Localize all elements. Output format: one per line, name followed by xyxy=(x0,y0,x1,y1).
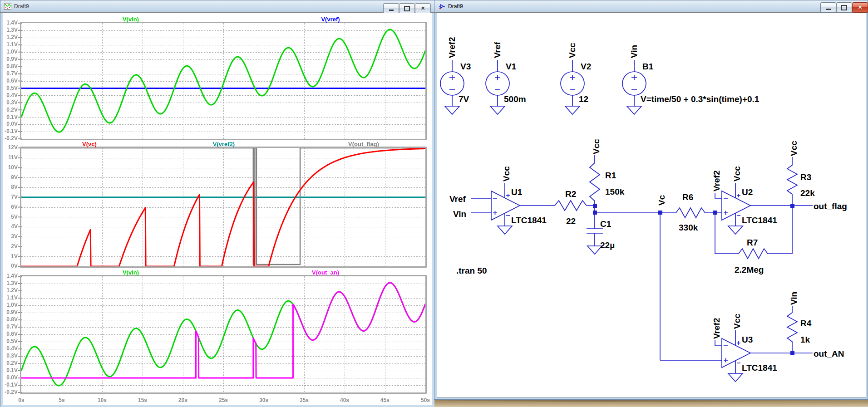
comparator-U2[interactable]: Vref2 Vcc U2 LTC1841 xyxy=(712,166,813,234)
minimize-icon xyxy=(826,9,831,10)
waveform-window-icon xyxy=(4,3,11,10)
waveform-restore-button[interactable] xyxy=(399,3,415,14)
value-label: 330k xyxy=(679,223,698,232)
junction-dot xyxy=(593,211,597,215)
net-label: Vref2 xyxy=(447,37,457,58)
net-label-vcc: Vcc xyxy=(732,166,742,181)
comparator-U3[interactable]: Vref2 Vcc U3 LTC1841 xyxy=(712,314,813,382)
net-vc[interactable]: Vc xyxy=(597,195,722,360)
junction-dot xyxy=(658,211,662,215)
net-label-vref2: Vref2 xyxy=(712,318,721,339)
value-label: 12 xyxy=(579,94,588,104)
voltage-source-V2[interactable]: Vcc V2 12 xyxy=(561,43,591,114)
waveform-plot-canvas[interactable] xyxy=(0,13,434,407)
resistor-R3[interactable]: Vcc R3 22k xyxy=(787,141,815,206)
resistor-R2[interactable]: R2 22 xyxy=(555,189,595,226)
desktop-stage: Draft9 ✕ Draft9 ✕ xyxy=(0,0,868,407)
ref-label: U3 xyxy=(742,335,753,344)
part-label: LTC1841 xyxy=(742,363,777,373)
schematic-minimize-button[interactable] xyxy=(820,2,836,13)
resistor-R4[interactable]: Vin R4 1k xyxy=(787,292,812,353)
ref-label: U1 xyxy=(511,187,523,197)
net-label-vcc: Vcc xyxy=(592,139,601,154)
schematic-drawing: Vref2 V3 7V Vref V1 500m Vcc xyxy=(437,13,866,397)
waveform-minimize-button[interactable] xyxy=(383,3,399,14)
ref-label: V3 xyxy=(460,62,471,71)
ref-label: R3 xyxy=(800,172,811,182)
port-label-out-flag[interactable]: out_flag xyxy=(814,201,847,211)
net-label: Vcc xyxy=(567,43,577,58)
value-label: 22 xyxy=(566,216,576,226)
net-label-vin: Vin xyxy=(789,292,799,305)
value-label: 150k xyxy=(605,187,625,196)
part-label: LTC1841 xyxy=(511,216,547,225)
resistor-R1[interactable]: Vcc R1 150k xyxy=(590,139,625,215)
ref-label: V2 xyxy=(581,62,591,71)
junction-dot xyxy=(790,204,794,208)
net-label: Vin xyxy=(629,45,639,58)
net-label-vref: Vref xyxy=(449,194,466,204)
net-label-vc: Vc xyxy=(657,195,666,206)
value-label: 500m xyxy=(504,94,526,104)
net-label-vcc: Vcc xyxy=(502,166,511,181)
part-label: LTC1841 xyxy=(742,216,777,225)
waveform-window: Draft9 ✕ xyxy=(0,0,434,407)
junction-dot xyxy=(593,204,597,208)
restore-icon xyxy=(404,6,410,11)
net-label-vcc: Vcc xyxy=(789,141,799,156)
waveform-window-title: Draft9 xyxy=(14,3,29,10)
ref-label: V1 xyxy=(506,62,517,71)
behavioral-source-B1[interactable]: Vin B1 V=time/50 + 0.3*sin(time)+0.1 xyxy=(622,45,760,114)
value-label: 2.2Meg xyxy=(735,265,764,275)
net-label-vref2: Vref2 xyxy=(712,171,721,191)
voltage-source-V1[interactable]: Vref V1 500m xyxy=(486,41,526,114)
close-icon: ✕ xyxy=(421,6,425,11)
port-label-out-an[interactable]: out_AN xyxy=(814,349,844,358)
value-label: V=time/50 + 0.3*sin(time)+0.1 xyxy=(641,94,760,104)
schematic-window-icon xyxy=(438,3,445,10)
schematic-window-title: Draft9 xyxy=(448,3,463,10)
value-label: 7V xyxy=(459,94,469,104)
close-icon: ✕ xyxy=(858,5,862,10)
ref-label: R1 xyxy=(605,171,616,180)
schematic-window: Draft9 ✕ Vref2 V3 7V xyxy=(434,0,868,400)
net-label-vin: Vin xyxy=(453,209,466,219)
net-label: Vref xyxy=(493,41,502,58)
comparator-U1[interactable]: Vref Vin Vcc U1 LTC1841 xyxy=(449,166,555,234)
spice-directive[interactable]: .tran 50 xyxy=(456,266,487,275)
value-label: 22k xyxy=(800,188,815,198)
schematic-close-button[interactable]: ✕ xyxy=(852,2,868,13)
value-label: 1k xyxy=(800,335,810,344)
minimize-icon xyxy=(389,10,394,11)
ref-label: R7 xyxy=(747,238,758,247)
waveform-titlebar[interactable]: Draft9 ✕ xyxy=(0,0,434,13)
junction-dot xyxy=(713,211,717,215)
ref-label: B1 xyxy=(642,62,654,71)
schematic-titlebar[interactable]: Draft9 ✕ xyxy=(434,0,868,13)
ref-label: R2 xyxy=(565,189,576,199)
ref-label: U2 xyxy=(742,187,753,197)
value-label: 22µ xyxy=(600,240,615,250)
capacitor-C1[interactable]: C1 22µ xyxy=(587,215,615,254)
schematic-restore-button[interactable] xyxy=(836,2,852,13)
restore-icon xyxy=(841,5,847,10)
ref-label: C1 xyxy=(600,219,612,229)
ref-label: R6 xyxy=(682,192,693,202)
voltage-source-V3[interactable]: Vref2 V3 7V xyxy=(440,37,471,114)
net-label-vcc: Vcc xyxy=(732,314,742,329)
waveform-close-button[interactable]: ✕ xyxy=(415,3,431,14)
schematic-canvas-area[interactable]: Vref2 V3 7V Vref V1 500m Vcc xyxy=(437,13,866,397)
junction-dot xyxy=(790,351,794,355)
ref-label: R4 xyxy=(800,319,812,328)
